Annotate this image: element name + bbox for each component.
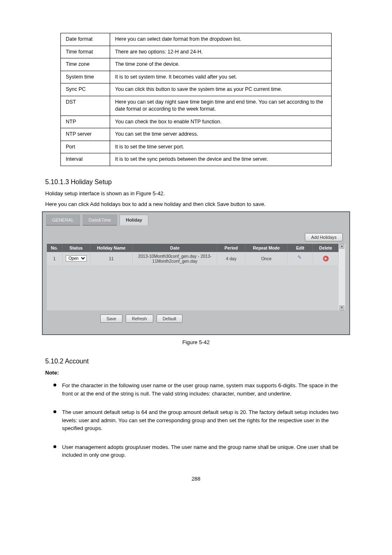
param-row: Time formatThere are two options: 12-H a… — [61, 46, 332, 58]
bullet-icon — [53, 384, 56, 386]
param-name: Date format — [61, 33, 110, 46]
scroll-down-icon[interactable]: ▼ — [339, 305, 344, 310]
tab-bar: GENERAL Date&Time Holiday — [44, 213, 348, 227]
param-name: Interval — [61, 153, 110, 166]
cell-delete — [313, 252, 339, 265]
cell-name: 11 — [90, 252, 132, 265]
param-row: PortIt is to set the time server port. — [61, 141, 332, 153]
table-row: 1 Open 11 2013-10Month30conf_gen.day - 2… — [47, 252, 339, 265]
table-empty-area — [47, 265, 339, 310]
status-select[interactable]: Open — [66, 255, 87, 261]
param-row: DSTHere you can set day night save time … — [61, 96, 332, 116]
param-desc: The time zone of the device. — [110, 58, 332, 71]
figure-caption: Figure 5-42 — [0, 339, 392, 345]
param-desc: You can set the time server address. — [110, 128, 332, 141]
list-item-text: For the character in the following user … — [62, 382, 349, 398]
param-desc: It is to set the time server port. — [110, 141, 332, 153]
bullet-icon — [53, 445, 56, 448]
body-text: Holiday setup interface is shown as in F… — [45, 190, 353, 197]
param-desc: Here you can select date format from the… — [110, 33, 332, 46]
scroll-up-icon[interactable]: ▲ — [339, 244, 344, 249]
list-item: The user amount default setup is 64 and … — [53, 408, 349, 432]
body-text: Here you can click Add holidays box to a… — [45, 201, 353, 208]
cell-status: Open — [62, 252, 90, 265]
col-holiday-name: Holiday Name — [90, 244, 132, 252]
bullet-list: For the character in the following user … — [53, 382, 349, 459]
delete-icon[interactable] — [323, 256, 329, 261]
section-heading-account: 5.10.2 Account — [45, 358, 392, 365]
param-name: Port — [61, 141, 110, 153]
scrollbar[interactable]: ▲ ▼ — [339, 244, 345, 310]
section-heading-holiday: 5.10.1.3 Holiday Setup — [45, 178, 392, 186]
tab-holiday[interactable]: Holiday — [120, 215, 148, 226]
param-name: NTP server — [61, 128, 110, 141]
param-row: Time zoneThe time zone of the device. — [61, 58, 332, 71]
col-date: Date — [132, 244, 217, 252]
page-number: 288 — [0, 476, 392, 482]
param-name: NTP — [61, 116, 110, 128]
bullet-icon — [53, 410, 56, 413]
add-holidays-button[interactable]: Add Holidays — [305, 233, 343, 241]
param-desc: You can click this button to save the sy… — [110, 83, 332, 96]
holiday-table: No. Status Holiday Name Date Period Repe… — [47, 244, 339, 310]
default-button[interactable]: Default — [157, 314, 182, 323]
refresh-button[interactable]: Refresh — [126, 314, 153, 323]
param-row: Date formatHere you can select date form… — [61, 33, 332, 46]
list-item-text: User management adopts group/user modes.… — [62, 443, 349, 459]
cell-edit — [288, 252, 313, 265]
param-name: Time format — [61, 46, 110, 58]
list-item: User management adopts group/user modes.… — [53, 443, 349, 459]
param-desc: It is to set the sync periods between th… — [110, 153, 332, 166]
col-period: Period — [217, 244, 245, 252]
holiday-panel: GENERAL Date&Time Holiday Add Holidays N… — [42, 211, 350, 335]
cell-period: 4 day — [217, 252, 245, 265]
cell-no: 1 — [47, 252, 62, 265]
param-desc: Here you can set day night save time beg… — [110, 96, 332, 116]
col-status: Status — [62, 244, 90, 252]
cell-repeat: Once — [245, 252, 288, 265]
param-desc: There are two options: 12-H and 24-H. — [110, 46, 332, 58]
col-repeat-mode: Repeat Mode — [245, 244, 288, 252]
cell-date: 2013-10Month30conf_gen.day - 2013-11Mont… — [132, 252, 217, 265]
param-name: Sync PC — [61, 83, 110, 96]
param-name: System time — [61, 71, 110, 83]
param-name: Time zone — [61, 58, 110, 71]
tab-datetime[interactable]: Date&Time — [83, 215, 118, 226]
parameter-table: Date formatHere you can select date form… — [60, 33, 332, 166]
edit-icon[interactable] — [297, 255, 303, 261]
param-row: Sync PCYou can click this button to save… — [61, 83, 332, 96]
col-no: No. — [47, 244, 62, 252]
param-row: NTPYou can check the box to enable NTP f… — [61, 116, 332, 128]
param-row: NTP serverYou can set the time server ad… — [61, 128, 332, 141]
param-name: DST — [61, 96, 110, 116]
col-edit: Edit — [288, 244, 313, 252]
save-button[interactable]: Save — [100, 314, 122, 323]
param-desc: It is to set system time. It becomes val… — [110, 71, 332, 83]
note-label: Note: — [45, 369, 353, 377]
list-item: For the character in the following user … — [53, 382, 349, 398]
param-desc: You can check the box to enable NTP func… — [110, 116, 332, 128]
param-row: System timeIt is to set system time. It … — [61, 71, 332, 83]
list-item-text: The user amount default setup is 64 and … — [62, 408, 349, 432]
param-row: IntervalIt is to set the sync periods be… — [61, 153, 332, 166]
tab-general[interactable]: GENERAL — [46, 215, 80, 226]
col-delete: Delete — [313, 244, 339, 252]
